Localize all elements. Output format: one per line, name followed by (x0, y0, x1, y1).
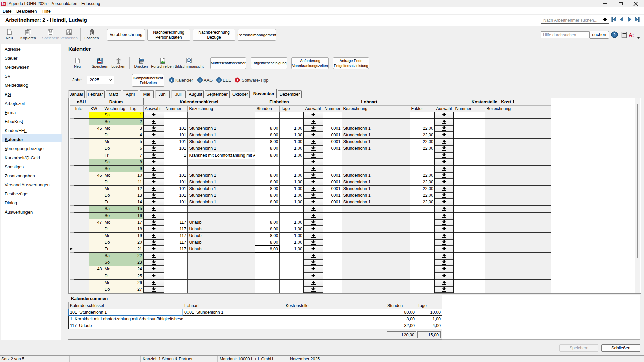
svg-text:?: ? (613, 32, 616, 37)
